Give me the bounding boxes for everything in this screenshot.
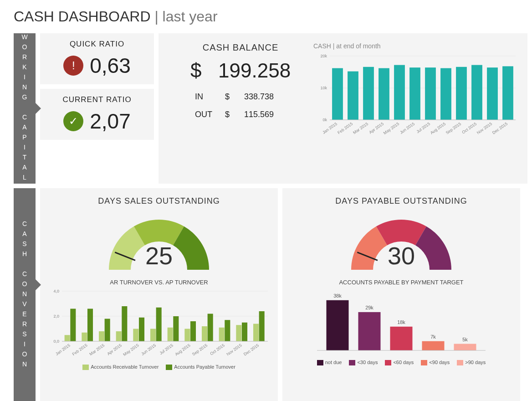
svg-rect-65 [219,328,225,341]
svg-text:Jan 2015: Jan 2015 [322,121,338,134]
svg-text:38k: 38k [333,293,342,298]
svg-rect-24 [471,65,482,120]
payable-legend: not due<30 days<60 days<90 days>90 days [290,360,513,365]
svg-rect-42 [87,309,93,342]
svg-rect-60 [190,321,196,341]
current-ratio-value: 2,07 [90,109,131,134]
svg-text:Aug 2015: Aug 2015 [174,343,191,356]
turnover-chart-title: AR TURNOVER VS. AP TURNOVER [47,279,271,286]
svg-rect-45 [105,319,110,342]
svg-rect-53 [150,329,156,342]
cash-in-currency: $ [225,92,230,102]
legend-ar: Accounts Receivable Turnover [91,364,159,370]
cash-balance-card: CASH BALANCE $ 199.258 IN $ 338.738 OUT … [159,33,527,184]
dso-title: DAYS SALES OUTSTANDING [47,196,271,206]
svg-text:Mar 2015: Mar 2015 [88,343,105,356]
dpo-card: DAYS PAYABLE OUTSTANDING 30 ACCOUNTS PAY… [282,188,520,401]
cash-out-label: OUT [195,110,212,119]
svg-text:20k: 20k [320,54,327,58]
svg-text:Apr 2015: Apr 2015 [106,343,123,356]
svg-rect-12 [379,68,389,120]
svg-rect-44 [99,331,104,341]
current-ratio-card: CURRENT RATIO ✓ 2,07 [40,89,154,140]
section-label-cash-conversion: CASH CONVERSION [14,188,36,401]
svg-text:Jul 2015: Jul 2015 [159,343,174,355]
svg-rect-71 [253,324,259,342]
svg-rect-69 [242,323,247,341]
legend-ap: Accounts Payable Turnover [174,364,235,370]
svg-text:7k: 7k [430,334,436,339]
svg-text:18k: 18k [397,319,405,325]
cash-month-chart: 0k10k20kJan 2015Feb 2015Mar 2015Apr 2015… [313,51,518,143]
svg-rect-48 [122,306,127,341]
svg-text:Feb 2015: Feb 2015 [72,343,88,356]
legend-item: >90 days [457,360,486,365]
title-sub: | last year [154,8,217,25]
svg-rect-63 [208,314,213,342]
svg-rect-51 [139,318,144,341]
svg-rect-20 [440,68,451,120]
legend-item: <60 days [385,360,414,365]
cash-in-value: 338.738 [244,92,274,102]
svg-rect-56 [168,328,173,341]
svg-text:Oct 2015: Oct 2015 [461,121,477,134]
turnover-legend: Accounts Receivable Turnover Accounts Pa… [47,364,271,370]
svg-rect-47 [116,331,122,341]
cash-out-currency: $ [225,110,230,119]
svg-rect-16 [409,67,420,120]
svg-text:Mar 2015: Mar 2015 [352,121,369,135]
svg-text:Oct 2015: Oct 2015 [209,343,225,356]
svg-rect-62 [202,326,207,341]
svg-text:Aug 2015: Aug 2015 [430,121,446,135]
cash-in-label: IN [195,92,203,102]
check-icon: ✓ [63,111,83,131]
svg-rect-8 [348,72,358,120]
cash-balance-currency: $ [190,59,201,82]
svg-text:10k: 10k [320,86,327,90]
dso-card: DAYS SALES OUTSTANDING 25 AR TURNOVER VS… [40,188,278,401]
legend-item: not due [317,360,342,365]
svg-text:2,0: 2,0 [53,314,59,319]
cash-month-chart-title: CASH | at end of month [313,42,518,50]
legend-item: <90 days [421,360,450,365]
svg-text:Jul 2015: Jul 2015 [416,121,431,134]
quick-ratio-card: QUICK RATIO ! 0,63 [40,33,154,84]
alert-icon: ! [63,56,83,76]
svg-text:Dec 2015: Dec 2015 [243,343,260,356]
svg-rect-82 [422,341,445,350]
svg-text:Sep 2015: Sep 2015 [445,121,462,135]
svg-text:May 2015: May 2015 [383,121,400,135]
svg-rect-57 [173,316,179,341]
svg-text:Sep 2015: Sep 2015 [191,343,208,356]
svg-rect-18 [425,67,436,120]
svg-text:Jan 2015: Jan 2015 [55,343,71,356]
svg-text:Jun 2015: Jun 2015 [399,121,415,134]
svg-text:Dec 2015: Dec 2015 [491,121,508,135]
svg-text:May 2015: May 2015 [123,343,140,357]
svg-rect-80 [390,327,413,350]
svg-rect-14 [394,65,405,120]
svg-rect-38 [65,335,70,341]
svg-rect-50 [133,329,138,342]
turnover-chart: 0,02,04,0Jan 2015Feb 2015Mar 2015Apr 201… [47,288,271,361]
cash-out-value: 115.569 [244,110,274,119]
svg-text:Feb 2015: Feb 2015 [337,121,353,135]
svg-rect-41 [82,333,87,341]
quick-ratio-value: 0,63 [90,53,131,78]
svg-rect-10 [363,67,374,120]
payable-chart-title: ACCOUNTS PAYABLE BY PAYMENT TARGET [290,279,513,286]
svg-text:0k: 0k [322,118,327,122]
svg-text:5k: 5k [462,337,468,342]
svg-text:Jun 2015: Jun 2015 [140,343,157,356]
title-main: CASH DASHBOARD [14,8,151,25]
dpo-title: DAYS PAYABLE OUTSTANDING [290,196,513,206]
dso-value: 25 [47,242,271,270]
payable-chart: 38k29k18k7k5k [290,288,513,357]
cash-balance-title: CASH BALANCE [168,42,313,53]
svg-text:Apr 2015: Apr 2015 [368,121,384,134]
cash-balance-value: 199.258 [218,59,291,82]
svg-rect-59 [184,329,190,342]
svg-text:0,0: 0,0 [53,339,59,344]
svg-text:4,0: 4,0 [53,289,59,293]
svg-rect-28 [502,66,513,120]
